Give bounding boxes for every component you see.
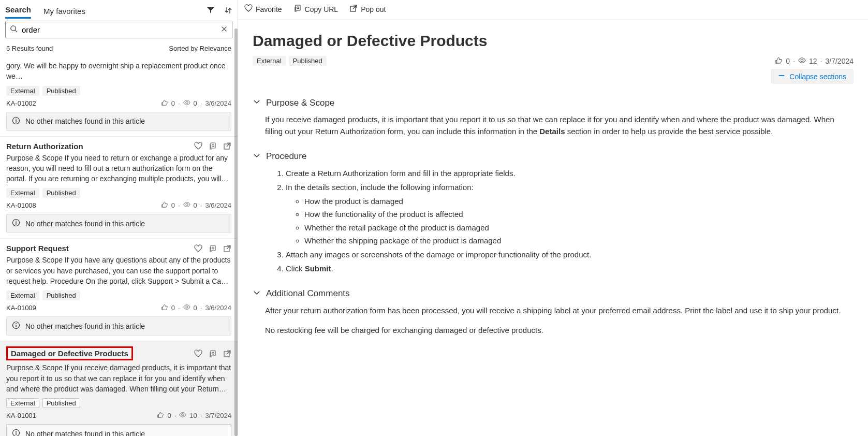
proc-step-4: Click Submit. (286, 263, 854, 274)
minus-icon (778, 72, 785, 81)
result-id: KA-01001 (6, 412, 36, 419)
sort-icon[interactable] (224, 6, 232, 14)
badge-published: Published (42, 86, 80, 96)
result-item[interactable]: Damaged or Defective Products Purpose & … (0, 341, 238, 436)
view-count: 10 (189, 412, 197, 419)
proc-sub-4: Whether the shipping package of the prod… (304, 235, 854, 246)
like-count: 0 (171, 99, 175, 107)
pop-out-button[interactable]: Pop out (349, 4, 386, 14)
no-match-text: No other matches found in this article (25, 322, 145, 330)
pop-out-label: Pop out (361, 5, 386, 13)
result-date: 3/6/2024 (205, 201, 231, 209)
tabs-row: Search My favorites (0, 0, 238, 19)
copy-url-label: Copy URL (305, 5, 339, 13)
view-count: 12 (809, 57, 817, 65)
proc-step-1: Create a Return Authorization form and f… (286, 167, 854, 179)
collapse-sections-button[interactable]: Collapse sections (771, 69, 854, 84)
heart-icon[interactable] (194, 350, 202, 358)
results-list[interactable]: gory. We will be happy to overnight ship… (0, 55, 238, 436)
proc-sub-1: How the product is damaged (304, 195, 854, 207)
chevron-down-icon (253, 151, 261, 162)
result-title: Return Authorization (6, 142, 83, 151)
result-item[interactable]: gory. We will be happy to overnight ship… (0, 55, 238, 137)
link-icon (293, 4, 302, 14)
favorite-button[interactable]: Favorite (244, 4, 282, 14)
like-count: 0 (786, 57, 790, 65)
like-icon (161, 99, 168, 108)
badge-published: Published (42, 188, 80, 198)
result-item[interactable]: Support Request Purpose & Scope If you h… (0, 239, 238, 341)
heart-icon[interactable] (194, 142, 202, 150)
result-title: Support Request (6, 244, 69, 253)
eye-icon (183, 99, 190, 108)
article-panel: Favorite Copy URL Pop out Damaged or Def… (238, 0, 868, 436)
scrollbar[interactable] (234, 28, 238, 436)
no-match-bar: No other matches found in this article (6, 112, 231, 131)
badge-external: External (6, 290, 39, 300)
article-actions: Favorite Copy URL Pop out (238, 0, 868, 20)
popout-icon[interactable] (223, 142, 231, 150)
like-count: 0 (167, 412, 171, 419)
section-purpose-body: If you receive damaged products, it is i… (265, 113, 854, 138)
eye-icon (798, 56, 806, 66)
section-purpose-title: Purpose & Scope (266, 98, 334, 108)
no-match-text: No other matches found in this article (25, 220, 145, 228)
chevron-down-icon (253, 97, 261, 108)
no-match-text: No other matches found in this article (25, 430, 145, 436)
result-desc: gory. We will be happy to overnight ship… (6, 61, 231, 82)
article-date: 3/7/2024 (826, 57, 854, 65)
result-id: KA-01009 (6, 304, 36, 312)
eye-icon (183, 201, 190, 210)
info-icon (12, 219, 20, 228)
section-purpose-header[interactable]: Purpose & Scope (253, 97, 854, 108)
result-date: 3/6/2024 (205, 304, 231, 312)
search-box[interactable] (5, 21, 232, 38)
view-count: 0 (194, 304, 197, 312)
like-count: 0 (171, 304, 175, 312)
eye-icon (183, 303, 190, 312)
link-icon[interactable] (209, 350, 217, 358)
section-procedure-header[interactable]: Procedure (253, 151, 854, 162)
view-count: 0 (194, 99, 197, 107)
link-icon[interactable] (209, 244, 217, 253)
link-icon[interactable] (209, 142, 217, 150)
heart-icon (244, 4, 253, 14)
like-icon (161, 201, 168, 210)
favorite-label: Favorite (256, 5, 282, 13)
search-panel: Search My favorites 5 Results found Sort… (0, 0, 238, 436)
copy-url-button[interactable]: Copy URL (293, 4, 339, 14)
result-id: KA-01008 (6, 201, 36, 209)
section-additional-header[interactable]: Additional Comments (253, 288, 854, 299)
badge-external: External (6, 86, 39, 96)
popout-icon[interactable] (223, 244, 231, 253)
search-input[interactable] (21, 25, 220, 35)
no-match-text: No other matches found in this article (25, 117, 145, 125)
section-additional-body: After your return authorization form has… (265, 304, 854, 337)
result-desc: Purpose & Scope If you have any question… (6, 255, 231, 286)
result-date: 3/7/2024 (205, 412, 231, 419)
result-title: Damaged or Defective Products (6, 346, 133, 360)
tab-search[interactable]: Search (5, 2, 31, 19)
no-match-bar: No other matches found in this article (6, 316, 231, 336)
like-count: 0 (171, 201, 175, 209)
search-icon (10, 25, 18, 34)
section-procedure-title: Procedure (266, 151, 306, 162)
badge-published: Published (42, 398, 80, 408)
badge-external: External (6, 188, 39, 198)
clear-search-icon[interactable] (220, 25, 228, 34)
popout-icon (349, 4, 358, 14)
proc-step-3: Attach any images or screenshots of the … (286, 249, 854, 260)
results-meta: 5 Results found Sorted by Relevance (0, 41, 238, 55)
filter-icon[interactable] (207, 6, 215, 14)
info-icon (12, 117, 20, 126)
badge-external: External (6, 398, 39, 408)
result-item[interactable]: Return Authorization Purpose & Scope If … (0, 137, 238, 239)
section-procedure-body: Create a Return Authorization form and f… (265, 167, 854, 275)
tab-favorites[interactable]: My favorites (43, 4, 85, 19)
proc-sub-3: Whether the retail package of the produc… (304, 222, 854, 234)
collapse-label: Collapse sections (789, 72, 846, 81)
heart-icon[interactable] (194, 244, 202, 253)
article-title: Damaged or Defective Products (253, 32, 854, 50)
popout-icon[interactable] (223, 350, 231, 358)
proc-step-2: In the details section, include the foll… (286, 181, 854, 246)
